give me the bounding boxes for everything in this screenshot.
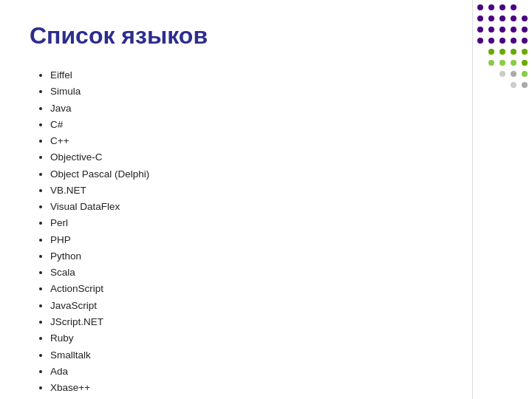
list-item: X++ — [50, 396, 502, 399]
decoration-dot — [522, 49, 528, 55]
list-item: Simula — [50, 83, 502, 100]
list-item: Smalltalk — [50, 347, 502, 364]
decoration-dot — [511, 4, 516, 10]
decoration-dot — [522, 4, 528, 10]
decoration-dot — [511, 27, 516, 33]
decoration-dot — [511, 60, 516, 66]
dots-decoration — [473, 0, 532, 89]
list-item: Perl — [50, 215, 502, 231]
decoration-dot — [511, 71, 516, 77]
decoration-dot — [511, 38, 516, 44]
page-title: Список языков — [30, 22, 502, 50]
list-item: Ada — [50, 364, 502, 380]
decoration-dot — [499, 49, 505, 55]
decoration-dot — [477, 38, 483, 44]
decoration-dot — [477, 16, 483, 21]
list-item: ActionScript — [50, 281, 502, 297]
list-item: VB.NET — [50, 183, 502, 199]
list-item: Xbase++ — [50, 380, 502, 396]
decoration-dot — [499, 16, 505, 21]
decoration-dot — [488, 60, 494, 66]
decoration-dot — [499, 4, 505, 10]
decoration-dot — [477, 4, 483, 10]
decoration-dot — [499, 82, 505, 88]
decoration-dot — [522, 38, 528, 44]
list-item: Objective-C — [50, 149, 502, 166]
decoration-dot — [488, 16, 494, 21]
page-container: Список языков EiffelSimulaJavaC#C++Objec… — [0, 0, 532, 399]
decoration-dot — [522, 60, 528, 66]
dots-grid — [473, 0, 532, 95]
list-item: Python — [50, 248, 502, 265]
decoration-dot — [499, 27, 505, 33]
list-item: C# — [50, 117, 502, 133]
decoration-dot — [522, 27, 528, 33]
list-item: Ruby — [50, 330, 502, 347]
list-item: Java — [50, 100, 502, 117]
list-item: Scala — [50, 265, 502, 281]
list-item: Object Pascal (Delphi) — [50, 166, 502, 183]
decoration-dot — [488, 71, 494, 77]
list-item: PHP — [50, 232, 502, 248]
decoration-dot — [522, 71, 528, 77]
list-item: C++ — [50, 133, 502, 149]
decoration-dot — [522, 16, 528, 21]
decoration-dot — [477, 60, 483, 66]
decoration-dot — [488, 49, 494, 55]
decoration-dot — [499, 60, 505, 66]
language-list: EiffelSimulaJavaC#C++Objective-CObject P… — [30, 67, 502, 399]
decoration-dot — [488, 82, 494, 88]
list-item: JavaScript — [50, 298, 502, 314]
decoration-dot — [488, 27, 494, 33]
decoration-dot — [499, 38, 505, 44]
list-item: JScript.NET — [50, 314, 502, 330]
decoration-dot — [511, 82, 516, 88]
decoration-dot — [522, 82, 528, 88]
list-item: Eiffel — [50, 67, 502, 83]
decoration-dot — [511, 16, 516, 21]
list-item: Visual DataFlex — [50, 199, 502, 215]
decoration-dot — [477, 49, 483, 55]
decoration-dot — [488, 38, 494, 44]
decoration-dot — [477, 71, 483, 77]
decoration-dot — [488, 4, 494, 10]
decoration-dot — [499, 71, 505, 77]
decoration-dot — [477, 27, 483, 33]
decoration-dot — [511, 49, 516, 55]
decoration-dot — [477, 82, 483, 88]
